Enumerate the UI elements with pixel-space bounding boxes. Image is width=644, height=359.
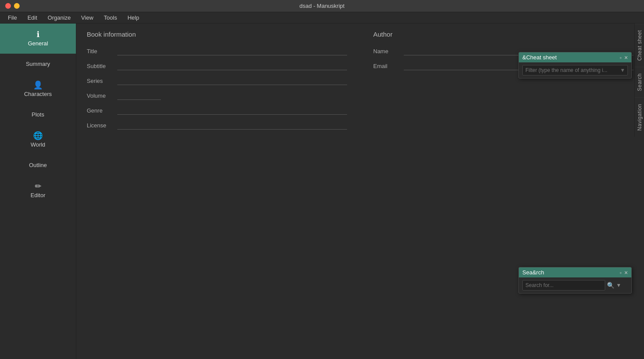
sidebar-label-general: General — [28, 40, 48, 47]
filter-dropdown-icon: ▼ — [620, 67, 625, 73]
search-options-icon[interactable]: ▼ — [616, 282, 621, 288]
traffic-lights — [5, 3, 20, 9]
sidebar-item-plots[interactable]: Plots — [0, 104, 76, 125]
volume-input[interactable] — [117, 91, 161, 100]
window-title: dsad - Manuskript — [300, 3, 344, 9]
subtitle-label: Subtitle — [87, 63, 117, 69]
search-panel-body: 🔍 ▼ — [519, 277, 631, 293]
subtitle-input[interactable] — [117, 62, 347, 70]
filter-row: ▼ — [522, 65, 628, 75]
menu-view[interactable]: View — [77, 13, 98, 22]
cheat-sheet-body: ▼ — [519, 62, 631, 78]
subtitle-row: Subtitle — [87, 62, 347, 70]
search-panel: Sea&rch ◦ × 🔍 ▼ — [518, 267, 632, 294]
cheat-sheet-float-btn[interactable]: ◦ — [620, 55, 622, 61]
sidebar-item-general[interactable]: ℹ General — [0, 24, 76, 54]
cheat-sheet-controls: ◦ × — [620, 55, 628, 61]
search-close-btn[interactable]: × — [624, 270, 628, 276]
vertical-tabs: Cheat sheet Search Navigation — [634, 24, 644, 137]
world-icon: 🌐 — [33, 132, 43, 140]
book-info-col: Book information Title Subtitle Series V… — [87, 31, 347, 136]
genre-row: Genre — [87, 106, 347, 115]
book-info-title: Book information — [87, 31, 347, 38]
sidebar-label-summary: Summary — [26, 61, 50, 67]
sidebar-item-world[interactable]: 🌐 World — [0, 125, 76, 155]
search-icon[interactable]: 🔍 — [607, 282, 614, 289]
license-label: License — [87, 122, 117, 129]
author-email-label: Email — [373, 63, 404, 69]
cheat-sheet-title: &Cheat sheet — [522, 54, 557, 61]
sidebar-label-plots: Plots — [32, 111, 44, 118]
cheat-sheet-header: &Cheat sheet ◦ × — [519, 52, 631, 62]
vertical-tab-cheatsheet[interactable]: Cheat sheet — [635, 24, 644, 67]
app-body: ℹ General Summary 👤 Characters Plots 🌐 W… — [0, 24, 644, 359]
info-icon: ℹ — [37, 31, 40, 38]
genre-label: Genre — [87, 107, 117, 114]
search-panel-header: Sea&rch ◦ × — [519, 267, 631, 277]
form-area: Book information Title Subtitle Series V… — [87, 31, 634, 136]
characters-icon: 👤 — [33, 81, 43, 89]
series-row: Series — [87, 76, 347, 85]
series-input[interactable] — [117, 76, 347, 85]
sidebar-item-characters[interactable]: 👤 Characters — [0, 74, 76, 104]
minimize-button[interactable] — [14, 3, 20, 9]
cheat-sheet-filter-input[interactable] — [522, 65, 628, 75]
menu-tools[interactable]: Tools — [99, 13, 121, 22]
search-float-btn[interactable]: ◦ — [620, 270, 622, 276]
author-col: Author Name Email — [373, 31, 634, 136]
volume-row: Volume — [87, 91, 347, 100]
series-label: Series — [87, 78, 117, 84]
sidebar: ℹ General Summary 👤 Characters Plots 🌐 W… — [0, 24, 76, 359]
vertical-tab-search[interactable]: Search — [635, 67, 644, 97]
menu-organize[interactable]: Organize — [43, 13, 75, 22]
author-name-label: Name — [373, 48, 404, 55]
titlebar: dsad - Manuskript — [0, 0, 644, 12]
menubar: File Edit Organize View Tools Help — [0, 12, 644, 24]
search-input[interactable] — [522, 280, 605, 291]
sidebar-item-outline[interactable]: Outline — [0, 155, 76, 175]
title-row: Title — [87, 47, 347, 55]
cheat-sheet-panel: &Cheat sheet ◦ × ▼ — [518, 52, 632, 79]
search-panel-controls: ◦ × — [620, 270, 628, 276]
license-input[interactable] — [117, 121, 347, 130]
search-panel-title: Sea&rch — [522, 269, 544, 276]
menu-edit[interactable]: Edit — [23, 13, 41, 22]
volume-label: Volume — [87, 92, 117, 99]
license-row: License — [87, 121, 347, 130]
sidebar-label-world: World — [31, 141, 45, 148]
sidebar-item-editor[interactable]: ✏ Editor — [0, 175, 76, 205]
sidebar-label-characters: Characters — [24, 91, 52, 97]
genre-input[interactable] — [117, 106, 347, 115]
sidebar-item-summary[interactable]: Summary — [0, 54, 76, 74]
sidebar-label-outline: Outline — [29, 162, 47, 168]
title-input[interactable] — [117, 47, 347, 55]
menu-file[interactable]: File — [3, 13, 21, 22]
sidebar-label-editor: Editor — [31, 192, 45, 198]
vertical-tab-navigation[interactable]: Navigation — [635, 97, 644, 137]
close-button[interactable] — [5, 3, 11, 9]
menu-help[interactable]: Help — [123, 13, 143, 22]
title-label: Title — [87, 48, 117, 55]
editor-icon: ✏ — [35, 182, 41, 190]
search-row: 🔍 ▼ — [522, 280, 628, 291]
cheat-sheet-close-btn[interactable]: × — [624, 55, 628, 61]
author-title: Author — [373, 31, 634, 38]
